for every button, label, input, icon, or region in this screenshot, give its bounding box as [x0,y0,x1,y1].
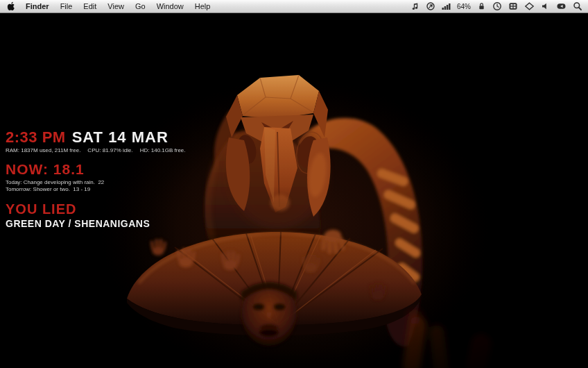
clock-widget: 2:33 PM SAT 14 MAR [6,128,186,147]
menu-item-file[interactable]: File [55,0,78,12]
spotlight-search-icon[interactable] [572,0,583,12]
clock-time: 2:33 PM [6,128,66,147]
weather-tomorrow: Tomorrow: Shower or two. 13 - 19 [6,186,186,193]
clock-date: SAT 14 MAR [72,128,168,147]
battery-percent-label[interactable]: 64% [456,3,472,10]
sync-arrows-icon[interactable] [425,0,436,12]
now-playing-artist-album: GREEN DAY / SHENANIGANS [6,218,186,229]
lock-icon[interactable] [476,0,487,12]
signal-bars-icon[interactable] [441,0,451,12]
menu-item-edit[interactable]: Edit [78,0,102,12]
menu-item-help[interactable]: Help [189,0,216,12]
weather-now: NOW: 18.1 [6,161,186,178]
spaces-grid-icon[interactable] [508,0,519,12]
menubar: Finder File Edit View Go Window Help 64% [0,0,588,13]
weather-today: Today: Change developing with rain. 22 [6,179,186,186]
menubar-menus: Finder File Edit View Go Window Help [3,0,216,12]
menu-item-window[interactable]: Window [151,0,189,12]
cpu-stat: CPU: 81.97% idle. [87,147,132,153]
menu-item-go[interactable]: Go [130,0,151,12]
hd-stat: HD: 140.1GB free. [140,147,186,153]
menu-item-finder[interactable]: Finder [20,0,55,12]
desktop: { "menubar": { "items": [ {"label": "Fin… [0,0,588,368]
diamond-icon[interactable] [524,0,535,12]
clock-icon[interactable] [492,0,503,12]
menubar-status-area: 64% [410,0,585,12]
apple-logo-icon [7,1,15,11]
user-switch-icon[interactable] [555,0,567,12]
system-stats-widget: RAM: 1837M used, 211M free. CPU: 81.97% … [6,147,186,153]
desktop-widgets: 2:33 PM SAT 14 MAR RAM: 1837M used, 211M… [6,128,186,229]
now-playing-track: YOU LIED [6,201,186,217]
menu-item-view[interactable]: View [102,0,130,12]
volume-icon[interactable] [540,0,551,12]
apple-menu[interactable] [3,0,20,12]
music-note-icon[interactable] [410,0,420,12]
ram-stat: RAM: 1837M used, 211M free. [6,147,80,153]
